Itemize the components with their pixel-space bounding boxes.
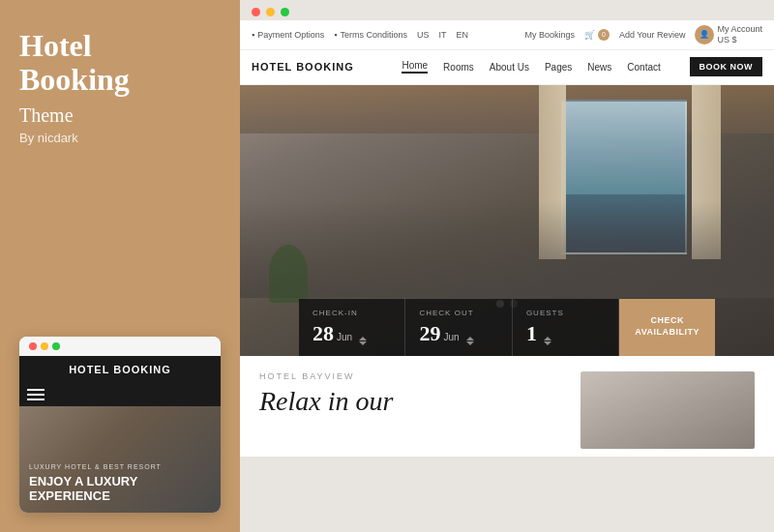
site-logo: HOTEL BOOKING <box>252 61 354 73</box>
checkout-day: 29 <box>419 321 440 346</box>
guests-count: 1 <box>526 321 537 346</box>
nav-pages[interactable]: Pages <box>545 62 572 73</box>
below-hero-image-inner <box>580 371 755 449</box>
checkin-up-arrow[interactable] <box>359 337 367 340</box>
user-name: My AccountUS $ <box>717 24 762 45</box>
left-panel: HotelBooking Theme By nicdark HOTEL BOOK… <box>0 0 240 532</box>
cart-badge: 0 <box>598 29 610 41</box>
browser-chrome <box>240 0 774 20</box>
booking-form: CHECK-IN 28 Jun CHECK OUT <box>299 299 715 356</box>
checkout-label: CHECK OUT <box>419 309 473 317</box>
checkin-month: Jun <box>337 332 352 342</box>
guests-value: 1 <box>526 321 551 346</box>
mobile-dots-bar <box>19 337 221 356</box>
book-now-button[interactable]: BOOK NOW <box>690 57 763 76</box>
terms-conditions[interactable]: ▪ Terms Conditions <box>334 30 407 40</box>
below-hero-image <box>580 371 755 449</box>
website-mockup: ▪ Payment Options ▪ Terms Conditions US … <box>240 20 774 532</box>
cart-icon: 🛒 <box>584 30 595 40</box>
nav-rooms[interactable]: Rooms <box>443 62 474 73</box>
checkout-field[interactable]: CHECK OUT 29 Jun <box>405 299 512 356</box>
lang-en[interactable]: EN <box>457 30 469 40</box>
right-panel: ▪ Payment Options ▪ Terms Conditions US … <box>240 0 774 532</box>
mobile-hero-image: LUXURY HOTEL & BEST RESORT ENJOY A LUXUR… <box>19 406 221 513</box>
below-heading: Relax in our <box>259 387 561 417</box>
add-review-link[interactable]: Add Your Review <box>619 30 686 40</box>
nav-links: Home Rooms About Us Pages News Contact <box>373 60 690 74</box>
checkout-down-arrow[interactable] <box>466 341 474 345</box>
left-author: By nicdark <box>19 131 221 145</box>
below-hero-text: HOTEL BAYVIEW Relax in our <box>259 371 561 449</box>
checkin-label: CHECK-IN <box>313 309 358 317</box>
mobile-hero-inner: LUXURY HOTEL & BEST RESORT ENJOY A LUXUR… <box>19 406 221 513</box>
hero-section: CHECK-IN 28 Jun CHECK OUT <box>240 85 774 532</box>
checkin-day: 28 <box>313 321 334 346</box>
main-nav: HOTEL BOOKING Home Rooms About Us Pages … <box>240 50 774 85</box>
below-hero: HOTEL BAYVIEW Relax in our <box>240 356 774 457</box>
mobile-preview: HOTEL BOOKING LUXURY HOTEL & BEST RESORT… <box>19 337 221 513</box>
checkin-value: 28 Jun <box>313 321 367 346</box>
dot-yellow <box>41 342 48 350</box>
guests-down-arrow[interactable] <box>544 341 551 345</box>
mobile-menu[interactable] <box>19 383 221 406</box>
mobile-site-header: HOTEL BOOKING <box>19 356 221 383</box>
checkout-up-arrow[interactable] <box>466 337 474 340</box>
left-title: HotelBooking <box>19 29 221 97</box>
payment-icon: ▪ <box>252 30 254 40</box>
mobile-hero-tagline: LUXURY HOTEL & BEST RESORT <box>29 463 211 470</box>
user-account[interactable]: 👤 My AccountUS $ <box>695 24 762 45</box>
browser-dot-green <box>281 8 289 16</box>
hero-image: CHECK-IN 28 Jun CHECK OUT <box>240 85 774 356</box>
checkout-value: 29 Jun <box>419 321 473 346</box>
nav-contact[interactable]: Contact <box>627 62 660 73</box>
hero-plant <box>269 245 308 303</box>
check-availability-button[interactable]: CHECKAVAILABILITY <box>619 299 715 356</box>
checkout-month: Jun <box>443 332 459 342</box>
menu-bar-2 <box>27 394 45 396</box>
user-avatar: 👤 <box>695 25 714 44</box>
utility-bar: ▪ Payment Options ▪ Terms Conditions US … <box>240 20 774 50</box>
nav-about[interactable]: About Us <box>490 62 529 73</box>
terms-icon: ▪ <box>334 30 337 40</box>
utility-left: ▪ Payment Options ▪ Terms Conditions US … <box>252 30 468 40</box>
checkout-arrows[interactable] <box>466 337 474 345</box>
mobile-hero-heading: ENJOY A LUXURYEXPERIENCE <box>29 474 211 503</box>
browser-dot-red <box>252 8 260 16</box>
lang-it[interactable]: IT <box>439 30 447 40</box>
payment-options[interactable]: ▪ Payment Options <box>252 30 324 40</box>
guests-arrows[interactable] <box>544 337 551 345</box>
utility-right: My Bookings 🛒 0 Add Your Review 👤 My Acc… <box>524 24 762 45</box>
dot-red <box>29 342 37 350</box>
nav-news[interactable]: News <box>587 62 611 73</box>
dot-green <box>52 342 60 350</box>
checkin-field[interactable]: CHECK-IN 28 Jun <box>299 299 405 356</box>
my-bookings-link[interactable]: My Bookings <box>524 30 575 40</box>
hotel-tag: HOTEL BAYVIEW <box>259 371 561 381</box>
guests-label: GUESTS <box>526 309 564 317</box>
guests-up-arrow[interactable] <box>544 337 551 340</box>
browser-dot-yellow <box>266 8 275 16</box>
nav-home[interactable]: Home <box>402 60 428 74</box>
checkin-arrows[interactable] <box>359 337 367 345</box>
guests-field[interactable]: GUESTS 1 <box>513 299 619 356</box>
hero-bed-area <box>240 201 774 298</box>
checkin-down-arrow[interactable] <box>359 341 367 345</box>
left-subtitle: Theme <box>19 104 221 127</box>
menu-bar-1 <box>27 389 45 391</box>
lang-us[interactable]: US <box>417 30 430 40</box>
menu-bar-3 <box>27 399 45 400</box>
cart-item[interactable]: 🛒 0 <box>584 29 610 41</box>
